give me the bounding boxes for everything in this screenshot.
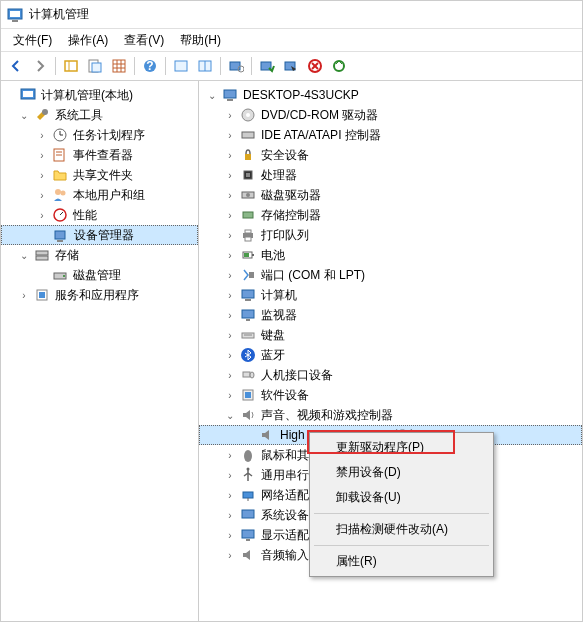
svg-rect-74 [245,392,251,398]
expander-icon[interactable]: › [223,508,237,522]
expander-icon[interactable]: › [223,448,237,462]
expander-icon[interactable]: ⌄ [17,248,31,262]
separator [55,57,56,75]
tree-shared-folders[interactable]: ›共享文件夹 [1,165,198,185]
disable-device-button[interactable] [280,55,302,77]
device-monitors[interactable]: ›监视器 [199,305,582,325]
show-hide-button[interactable] [60,55,82,77]
tree-disk-mgmt[interactable]: ›磁盘管理 [1,265,198,285]
enable-device-button[interactable] [256,55,278,77]
printer-icon [240,227,256,243]
svg-rect-46 [224,90,236,98]
svg-rect-47 [227,99,233,101]
scan-hardware-button[interactable] [225,55,247,77]
device-hid[interactable]: ›人机接口设备 [199,365,582,385]
separator [134,57,135,75]
grid-button[interactable] [108,55,130,77]
tree-performance[interactable]: ›性能 [1,205,198,225]
device-print-queues[interactable]: ›打印队列 [199,225,582,245]
expander-icon[interactable]: › [223,348,237,362]
expander-icon[interactable]: › [223,248,237,262]
device-storage-ctrl[interactable]: ›存储控制器 [199,205,582,225]
expander-icon[interactable]: › [223,468,237,482]
expander-icon[interactable] [3,88,17,102]
device-computer[interactable]: ⌄DESKTOP-4S3UCKP [199,85,582,105]
svg-rect-62 [244,253,249,257]
display-icon [240,527,256,543]
expander-icon[interactable]: › [223,208,237,222]
device-bluetooth[interactable]: ›蓝牙 [199,345,582,365]
device-computers[interactable]: ›计算机 [199,285,582,305]
menu-help[interactable]: 帮助(H) [172,30,229,51]
expander-icon[interactable]: › [223,488,237,502]
expander-icon[interactable]: › [223,328,237,342]
svg-rect-66 [242,310,254,318]
update-driver-button[interactable] [328,55,350,77]
expander-icon[interactable]: › [223,528,237,542]
tree-task-scheduler[interactable]: ›任务计划程序 [1,125,198,145]
context-properties[interactable]: 属性(R) [312,549,491,574]
device-processors[interactable]: ›处理器 [199,165,582,185]
device-label: 存储控制器 [259,207,323,224]
menu-file[interactable]: 文件(F) [5,30,60,51]
expander-icon[interactable]: › [35,188,49,202]
device-disk-drives[interactable]: ›磁盘驱动器 [199,185,582,205]
expander-icon[interactable]: › [223,168,237,182]
uninstall-device-button[interactable] [304,55,326,77]
folder-icon [52,167,68,183]
expander-icon[interactable]: › [223,548,237,562]
expander-icon[interactable]: › [223,368,237,382]
expander-icon[interactable]: › [35,128,49,142]
device-keyboards[interactable]: ›键盘 [199,325,582,345]
tree-label: 存储 [53,247,81,264]
tree-device-manager[interactable]: ›设备管理器 [1,225,198,245]
help-button[interactable]: ? [139,55,161,77]
context-label: 卸载设备(U) [336,490,401,504]
expander-icon[interactable]: › [35,168,49,182]
expander-icon[interactable]: › [35,208,49,222]
back-button[interactable] [5,55,27,77]
tree-services[interactable]: ›服务和应用程序 [1,285,198,305]
context-disable-device[interactable]: 禁用设备(D) [312,460,491,485]
left-tree: 计算机管理(本地) ⌄系统工具 ›任务计划程序 ›事件查看器 ›共享文件夹 ›本… [1,81,199,621]
device-dvd[interactable]: ›DVD/CD-ROM 驱动器 [199,105,582,125]
device-software[interactable]: ›软件设备 [199,385,582,405]
view-details-button[interactable] [194,55,216,77]
svg-rect-50 [242,132,254,138]
expander-icon[interactable]: › [223,188,237,202]
context-scan-hardware[interactable]: 扫描检测硬件改动(A) [312,517,491,542]
expander-icon[interactable]: › [17,288,31,302]
expander-icon[interactable]: ⌄ [17,108,31,122]
device-sound[interactable]: ⌄声音、视频和游戏控制器 [199,405,582,425]
expander-icon[interactable]: › [223,268,237,282]
expander-icon[interactable]: › [223,308,237,322]
ide-icon [240,127,256,143]
expander-icon[interactable]: › [223,228,237,242]
menu-action[interactable]: 操作(A) [60,30,116,51]
device-ports[interactable]: ›端口 (COM 和 LPT) [199,265,582,285]
expander-icon[interactable]: ⌄ [205,88,219,102]
device-batteries[interactable]: ›电池 [199,245,582,265]
tree-storage[interactable]: ⌄存储 [1,245,198,265]
expander-icon[interactable]: › [223,128,237,142]
svg-rect-63 [249,272,254,278]
expander-icon[interactable]: › [223,148,237,162]
expander-icon[interactable]: ⌄ [223,408,237,422]
forward-button[interactable] [29,55,51,77]
expander-icon[interactable]: › [223,288,237,302]
expander-icon[interactable]: › [223,108,237,122]
device-ide[interactable]: ›IDE ATA/ATAPI 控制器 [199,125,582,145]
context-menu: 更新驱动程序(P) 禁用设备(D) 卸载设备(U) 扫描检测硬件改动(A) 属性… [309,432,494,577]
expander-icon[interactable]: › [223,388,237,402]
tree-event-viewer[interactable]: ›事件查看器 [1,145,198,165]
expander-icon[interactable]: › [35,148,49,162]
tree-local-users[interactable]: ›本地用户和组 [1,185,198,205]
tree-system-tools[interactable]: ⌄系统工具 [1,105,198,125]
view-list-button[interactable] [170,55,192,77]
menu-view[interactable]: 查看(V) [116,30,172,51]
context-uninstall-device[interactable]: 卸载设备(U) [312,485,491,510]
tree-root[interactable]: 计算机管理(本地) [1,85,198,105]
properties-button[interactable] [84,55,106,77]
device-security[interactable]: ›安全设备 [199,145,582,165]
context-update-driver[interactable]: 更新驱动程序(P) [312,435,491,460]
